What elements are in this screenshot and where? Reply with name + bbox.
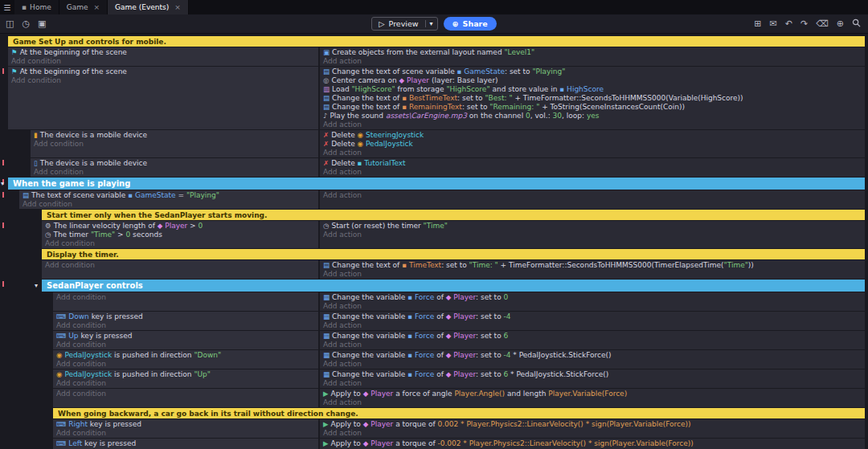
- add-action-button[interactable]: Add action: [320, 301, 865, 311]
- history-icon[interactable]: ◷: [22, 19, 30, 28]
- action-line[interactable]: ▤Change the text of scene variable ▪Game…: [320, 67, 865, 76]
- add-condition-button[interactable]: Add condition: [8, 76, 318, 85]
- tab-home[interactable]: ▪Home: [14, 0, 59, 14]
- add-condition-button[interactable]: Add condition: [53, 428, 318, 438]
- action-line[interactable]: ▶Apply to ◆Player a force of angle Playe…: [320, 389, 865, 398]
- condition-line[interactable]: ⚑At the beginning of the scene: [8, 47, 318, 56]
- collapse-caret-icon[interactable]: ▾: [35, 282, 38, 289]
- event-row: ◉PedalJoystick is pushed in direction "U…: [53, 369, 865, 388]
- conditions-column: Add condition: [53, 292, 318, 311]
- action-line[interactable]: ▶Apply to ◆Player a torque of -0.002 * P…: [320, 439, 865, 447]
- collapse-caret-icon[interactable]: ▾: [1, 180, 4, 187]
- condition-line[interactable]: ◷The timer "Time" > 0 seconds: [42, 230, 318, 239]
- share-button[interactable]: ⊕ Share: [444, 17, 497, 31]
- player-icon: ◆: [446, 332, 452, 340]
- condition-line[interactable]: ◉PedalJoystick is pushed in direction "D…: [53, 350, 318, 359]
- condition-line[interactable]: ▯The device is a mobile device: [31, 158, 318, 167]
- add-action-button[interactable]: Add action: [320, 359, 865, 369]
- action-line[interactable]: ▦Change the variable ▪Force of ◆Player: …: [320, 350, 865, 359]
- add-action-button[interactable]: Add action: [320, 167, 865, 177]
- comment-row[interactable]: Display the timer.: [42, 249, 865, 259]
- condition-line[interactable]: ▤The text of scene variable ▪GameState =…: [19, 190, 318, 199]
- action-line[interactable]: ▤Change the text of ▪TimeText: set to "T…: [320, 260, 865, 269]
- keyboard-icon: ⌨: [56, 332, 66, 340]
- search-icon[interactable]: [852, 18, 861, 29]
- action-line[interactable]: ◎Center camera on ◆Player (layer: Base l…: [320, 76, 865, 84]
- actions-column: ▣Create objects from the external layout…: [318, 47, 865, 66]
- group-row[interactable]: ▾When the game is playing: [8, 178, 865, 190]
- add-condition-button[interactable]: Add condition: [31, 167, 318, 177]
- redo-icon[interactable]: ↷: [800, 19, 808, 28]
- add-condition-button[interactable]: Add condition: [19, 199, 318, 209]
- add-action-button[interactable]: Add action: [320, 269, 865, 279]
- add-condition-button[interactable]: Add condition: [53, 320, 318, 330]
- text-segment: Change the variable: [332, 370, 407, 378]
- undo-icon[interactable]: ↶: [785, 19, 792, 28]
- add-action-button[interactable]: Add action: [320, 340, 865, 349]
- menu-icon[interactable]: ☰: [0, 0, 14, 14]
- close-tab-icon[interactable]: ×: [93, 3, 100, 11]
- add-action-button[interactable]: Add action: [320, 230, 865, 239]
- action-line[interactable]: ▤Change the text of ▪BestTimeText: set t…: [320, 93, 865, 102]
- close-tab-icon[interactable]: ×: [174, 3, 181, 11]
- tab-game-events[interactable]: Game (Events)×: [108, 0, 189, 14]
- condition-line[interactable]: ⌨Up key is pressed: [53, 331, 318, 340]
- add-action-button[interactable]: Add action: [320, 56, 865, 66]
- condition-line[interactable]: ⌨Right key is pressed: [53, 419, 318, 428]
- add-condition-button[interactable]: Add condition: [53, 359, 318, 369]
- preview-button[interactable]: ▷ Preview ▾: [371, 17, 437, 31]
- layout-columns-icon[interactable]: ◫: [6, 19, 14, 28]
- action-line[interactable]: ◷Start (or reset) the timer "Time": [320, 221, 865, 230]
- action-line[interactable]: ♪Play the sound assets\CarEngine.mp3 on …: [320, 111, 865, 120]
- zoom-icon[interactable]: ⊕: [837, 19, 844, 28]
- event-row: ⚑At the beginning of the sceneAdd condit…: [8, 67, 865, 129]
- condition-line[interactable]: ▮The device is a mobile device: [31, 130, 318, 139]
- add-condition-button[interactable]: Add condition: [31, 139, 318, 149]
- add-action-button[interactable]: Add action: [320, 148, 865, 157]
- action-line[interactable]: ▦Change the variable ▪Force of ◆Player: …: [320, 369, 865, 378]
- comment-row[interactable]: Game Set Up and controls for mobile.: [8, 36, 865, 47]
- add-comment-icon[interactable]: ✉: [770, 19, 777, 28]
- tab-game[interactable]: Game×: [59, 0, 108, 14]
- condition-line[interactable]: ⚙The linear velocity length of ◆Player >…: [42, 221, 318, 230]
- action-line[interactable]: ▥Load "HighScore" from storage "HighScor…: [320, 84, 865, 93]
- force-icon: ▶: [323, 439, 329, 447]
- add-condition-button[interactable]: Add condition: [53, 292, 318, 302]
- add-event-icon[interactable]: ⊞: [754, 19, 761, 28]
- condition-line[interactable]: ⌨Left key is pressed: [53, 439, 318, 447]
- add-action-button[interactable]: Add action: [320, 378, 865, 388]
- add-condition-button[interactable]: Add condition: [8, 56, 318, 66]
- action-line[interactable]: ▤Change the text of ▪RemainingText: set …: [320, 102, 865, 111]
- comment-row[interactable]: When going backward, a car go back in it…: [53, 408, 865, 418]
- action-line[interactable]: ✗Delete ◉SteeringJoystick: [320, 130, 865, 139]
- action-line[interactable]: ▦Change the variable ▪Force of ◆Player: …: [320, 312, 865, 320]
- add-action-button[interactable]: Add action: [320, 120, 865, 129]
- event-sheet: Game Set Up and controls for mobile.⚑At …: [0, 34, 868, 449]
- text-segment: -0.002 * Player.Physics2::LinearVelocity…: [437, 439, 693, 447]
- add-condition-button[interactable]: Add condition: [42, 239, 318, 248]
- add-action-button[interactable]: Add action: [320, 320, 865, 330]
- condition-line[interactable]: ⌨Down key is pressed: [53, 312, 318, 320]
- copy-icon[interactable]: ▣: [38, 19, 46, 28]
- action-line[interactable]: ▶Apply to ◆Player a torque of 0.002 * Pl…: [320, 419, 865, 428]
- text-segment: Change the text of scene variable: [332, 67, 457, 76]
- add-action-button[interactable]: Add action: [320, 398, 865, 407]
- action-line[interactable]: ▣Create objects from the external layout…: [320, 47, 865, 56]
- comment-text: Display the timer.: [47, 251, 119, 259]
- preview-dropdown-caret-icon[interactable]: ▾: [425, 20, 437, 27]
- add-condition-button[interactable]: Add condition: [53, 340, 318, 349]
- add-condition-button[interactable]: Add condition: [53, 389, 318, 398]
- add-action-button[interactable]: Add action: [320, 190, 865, 200]
- group-row[interactable]: ▾SedanPlayer controls: [42, 280, 865, 292]
- add-condition-button[interactable]: Add condition: [42, 260, 318, 270]
- action-line[interactable]: ✗Delete ◉PedalJoystick: [320, 139, 865, 148]
- condition-line[interactable]: ◉PedalJoystick is pushed in direction "U…: [53, 369, 318, 378]
- action-line[interactable]: ▦Change the variable ▪Force of ◆Player: …: [320, 292, 865, 301]
- comment-row[interactable]: Start timer only when the SedanPlayer st…: [42, 210, 865, 220]
- action-line[interactable]: ✗Delete ▪TutorialText: [320, 158, 865, 167]
- condition-line[interactable]: ⚑At the beginning of the scene: [8, 67, 318, 76]
- add-action-button[interactable]: Add action: [320, 428, 865, 438]
- add-condition-button[interactable]: Add condition: [53, 378, 318, 388]
- action-line[interactable]: ▦Change the variable ▪Force of ◆Player: …: [320, 331, 865, 340]
- trash-icon[interactable]: ⌫: [816, 19, 829, 28]
